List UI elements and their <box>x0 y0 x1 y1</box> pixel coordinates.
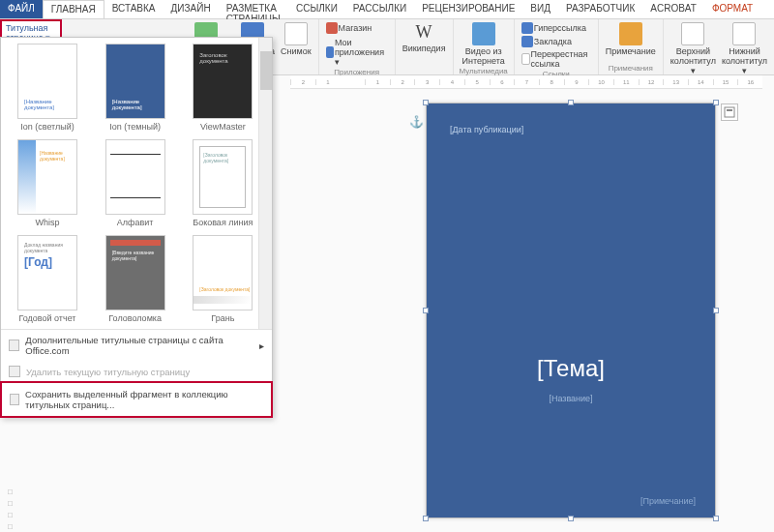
cover-page-gallery: [Название документа]Ion (светлый)[Назван… <box>0 37 273 418</box>
save-selection-item[interactable]: Сохранить выделенный фрагмент в коллекци… <box>0 381 273 418</box>
cover-thumb[interactable]: [Год]Доклад названиядокументаГодовой отч… <box>9 235 86 329</box>
hyperlink-button[interactable]: Гиперссылка <box>521 21 587 35</box>
cover-thumb[interactable]: Алфавит <box>97 139 174 233</box>
resize-handle[interactable] <box>568 516 574 521</box>
more-from-office-item[interactable]: Дополнительные титульные страницы с сайт… <box>1 330 272 361</box>
my-apps-button[interactable]: Мои приложения ▾ <box>325 37 389 68</box>
remove-icon <box>9 366 20 377</box>
group-media: Видео из Интернета Мультимедиа <box>454 19 515 74</box>
tab-file[interactable]: ФАЙЛ <box>0 0 43 18</box>
resize-handle[interactable] <box>713 308 719 313</box>
store-button[interactable]: Магазин <box>325 21 373 35</box>
thumb-caption: Боковая линия <box>193 218 253 227</box>
tab-view[interactable]: ВИД <box>522 0 558 18</box>
layout-icon <box>724 106 735 118</box>
wikipedia-button[interactable]: W Википедия <box>402 21 447 54</box>
title-placeholder[interactable]: [Название] <box>427 394 715 403</box>
screenshot-button[interactable]: Снимок <box>280 21 313 57</box>
thumb-caption: Годовой отчет <box>19 313 76 323</box>
svg-rect-1 <box>727 109 732 111</box>
footer-button[interactable]: Нижний колонтитул ▾ <box>721 21 768 76</box>
crossref-button[interactable]: Перекрестная ссылка <box>521 48 592 70</box>
cover-thumb[interactable]: [Название документа]Ion (светлый) <box>9 44 86 137</box>
theme-placeholder[interactable]: [Тема] <box>427 355 715 382</box>
media-group-label: Мультимедиа <box>460 67 508 75</box>
tab-acrobat[interactable]: ACROBAT <box>642 0 704 18</box>
cover-thumb[interactable]: [Названиедокумента]Whisp <box>9 139 86 233</box>
layout-options-button[interactable] <box>721 103 738 121</box>
tab-mailings[interactable]: РАССЫЛКИ <box>345 0 414 18</box>
bookmark-button[interactable]: Закладка <box>521 35 573 48</box>
thumb-caption: Алфавит <box>117 218 154 227</box>
tab-review[interactable]: РЕЦЕНЗИРОВАНИЕ <box>414 0 522 18</box>
comment-button[interactable]: Примечание <box>605 21 657 57</box>
tab-home[interactable]: ГЛАВНАЯ <box>43 0 104 18</box>
tab-design[interactable]: ДИЗАЙН <box>164 0 219 18</box>
resize-handle[interactable] <box>423 308 429 313</box>
group-comments: Примечание Примечания <box>599 19 664 74</box>
remove-cover-item: Удалить текущую титульную страницу <box>1 361 272 382</box>
tab-references[interactable]: ССЫЛКИ <box>288 0 345 18</box>
cover-thumb[interactable]: ЗаголовокдокументаViewMaster <box>184 44 261 137</box>
gallery-scrollbar[interactable] <box>258 38 272 329</box>
comments-group-label: Примечания <box>609 64 653 73</box>
group-apps: Магазин Мои приложения ▾ Приложения <box>319 19 396 74</box>
resize-handle[interactable] <box>423 516 429 521</box>
thumb-caption: Ion (темный) <box>109 122 161 132</box>
group-headerfooter: Верхний колонтитул ▾ Нижний колонтитул ▾… <box>664 19 774 74</box>
resize-handle[interactable] <box>713 100 719 105</box>
anchor-icon: ⚓ <box>409 115 424 129</box>
resize-handle[interactable] <box>568 100 574 105</box>
cover-thumb[interactable]: [Название документа]Ion (темный) <box>97 44 174 137</box>
thumb-caption: ViewMaster <box>200 122 246 132</box>
resize-handle[interactable] <box>423 100 429 105</box>
thumb-caption: Whisp <box>35 218 59 227</box>
resize-handle[interactable] <box>713 516 719 521</box>
online-video-button[interactable]: Видео из Интернета <box>460 21 508 67</box>
ribbon-tabs: ФАЙЛ ГЛАВНАЯ ВСТАВКА ДИЗАЙН РАЗМЕТКА СТР… <box>0 0 774 19</box>
cover-thumb[interactable]: [Введите названиедокумента]Головоломка <box>97 235 174 329</box>
tab-insert[interactable]: ВСТАВКА <box>104 0 164 18</box>
svg-rect-0 <box>725 107 734 117</box>
save-icon <box>10 394 19 405</box>
group-wikipedia: W Википедия <box>396 19 454 74</box>
left-markers: □□□□□□□□□ <box>8 487 13 532</box>
pub-date-placeholder[interactable]: [Дата публикации] <box>450 125 523 134</box>
office-icon <box>9 340 19 351</box>
group-links: Гиперссылка Закладка Перекрестная ссылка… <box>515 19 599 74</box>
thumb-caption: Ion (светлый) <box>20 122 74 132</box>
thumb-caption: Грань <box>211 313 234 323</box>
thumb-caption: Головоломка <box>108 313 162 323</box>
cover-thumb[interactable]: [Заголовокдокумента]Боковая линия <box>184 139 261 233</box>
note-placeholder[interactable]: [Примечание] <box>640 496 696 506</box>
tab-page-layout[interactable]: РАЗМЕТКА СТРАНИЦЫ <box>219 0 288 18</box>
tab-format[interactable]: ФОРМАТ <box>704 0 760 18</box>
document-page[interactable]: ⚓ [Дата публикации] [Тема] [Название] [П… <box>426 103 716 518</box>
header-button[interactable]: Верхний колонтитул ▾ <box>670 21 717 76</box>
cover-thumb[interactable]: [Заголовок документа]Грань <box>184 235 261 329</box>
horizontal-ruler[interactable]: 2112345678910111213141516 <box>290 75 762 89</box>
tab-developer[interactable]: РАЗРАБОТЧИК <box>558 0 642 18</box>
